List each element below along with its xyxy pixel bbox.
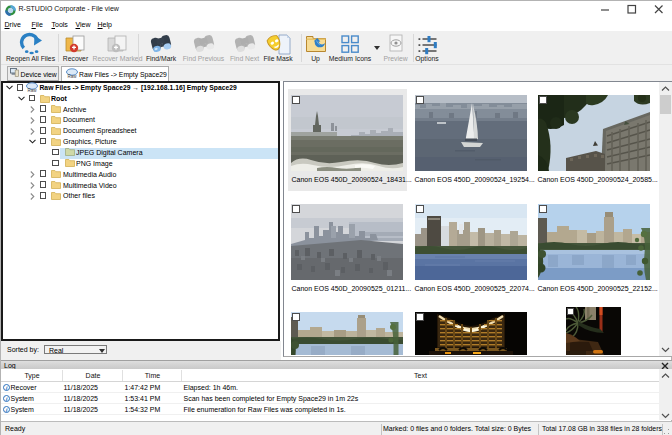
- svg-text:Raw: Raw: [27, 88, 37, 93]
- svg-text:Raw: Raw: [67, 74, 77, 79]
